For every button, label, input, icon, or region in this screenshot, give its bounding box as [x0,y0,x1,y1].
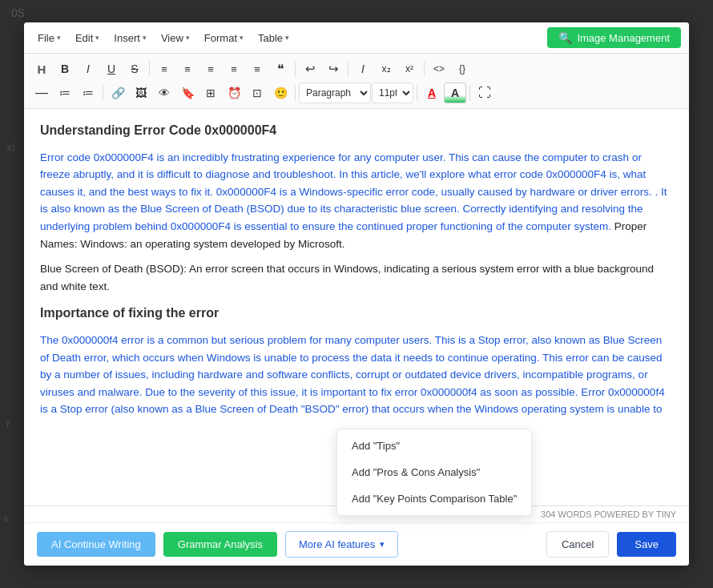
tb-bold-btn[interactable]: B [54,58,76,79]
editor-para-1: Error code 0x000000F4 is an incredibly f… [40,149,673,253]
tb-code-btn[interactable]: <> [428,58,450,79]
editor-heading: Understanding Error Code 0x000000F4 [40,120,673,141]
toolbar-row-1: H B I U S ≡ ≡ ≡ ≡ ≡ ❝ ↩ ↪ I x₂ x² <> {} [30,57,683,81]
menu-edit[interactable]: Edit ▾ [70,30,105,46]
image-management-button[interactable]: 🔍 Image Management [547,27,681,48]
insert-chevron: ▾ [143,34,147,42]
tb-undo-btn[interactable]: ↩ [299,58,321,79]
menu-file[interactable]: File ▾ [32,30,66,46]
font-size-select[interactable]: 11pt [372,83,413,103]
tb-datetime-btn[interactable]: ⏰ [223,83,245,103]
editor-para-2: Blue Screen of Death (BSOD): An error sc… [40,260,673,295]
toolbar-row-2: — ≔ ≔ 🔗 🖼 👁 🔖 ⊞ ⏰ ⊡ 🙂 Paragraph 11pt A A… [30,81,683,105]
toolbar-sep-1 [149,61,150,77]
file-chevron: ▾ [57,34,61,42]
paragraph-select[interactable]: Paragraph [299,83,371,103]
tb-emoji-btn[interactable]: 🙂 [269,83,292,103]
tb-list-ordered-btn[interactable]: ≔ [77,83,99,103]
grammar-analysis-button[interactable]: Grammar Analysis [163,532,277,557]
tb-italic2-btn[interactable]: I [352,58,374,79]
tb-strikethrough-btn[interactable]: S [123,58,146,79]
tb-align-indent-btn[interactable]: ≡ [223,58,245,79]
tb-subscript-btn[interactable]: x₂ [375,58,397,79]
tb-table-btn[interactable]: ⊞ [199,83,222,103]
editor-modal: File ▾ Edit ▾ Insert ▾ View ▾ Format ▾ T… [24,22,689,566]
tb-align-outdent-btn[interactable]: ≡ [246,58,268,79]
tb-source-btn[interactable]: {} [451,58,473,79]
toolbar-sep-2 [295,61,296,77]
footer: AI Continue Writing Grammar Analysis Mor… [24,522,689,566]
tb-special-btn[interactable]: ⊡ [246,83,268,103]
toolbar-sep-6 [295,85,296,101]
save-button[interactable]: Save [617,532,676,557]
dropdown-item-pros-cons[interactable]: Add "Pros & Cons Analysis" [337,459,531,485]
ai-continue-button[interactable]: AI Continue Writing [37,532,155,557]
toolbar-sep-4 [424,61,425,77]
tb-align-right-btn[interactable]: ≡ [199,58,222,79]
toolbar-sep-7 [417,85,417,101]
tb-align-center-btn[interactable]: ≡ [176,58,199,79]
tb-font-color-btn[interactable]: A [421,83,443,103]
tb-image-btn[interactable]: 🖼 [130,83,152,103]
tb-heading-btn[interactable]: H [30,58,53,79]
tb-bookmark-btn[interactable]: 🔖 [176,83,199,103]
tb-list-bullet-btn[interactable]: ≔ [54,83,76,103]
tb-superscript-btn[interactable]: x² [398,58,421,79]
more-ai-button[interactable]: More AI features ▾ [285,531,398,558]
tb-redo-btn[interactable]: ↪ [322,58,344,79]
word-count-text: 304 WORDS POWERED BY TINY [541,509,676,519]
tb-preview-btn[interactable]: 👁 [153,83,175,103]
tb-link-btn[interactable]: 🔗 [107,83,129,103]
tb-fullscreen-btn[interactable]: ⛶ [473,83,496,103]
toolbar-sep-5 [103,85,103,101]
menu-table[interactable]: Table ▾ [252,30,295,46]
toolbar-sep-3 [348,61,348,77]
format-chevron: ▾ [240,34,244,42]
toolbar-sep-8 [469,85,470,101]
tb-align-left-btn[interactable]: ≡ [153,58,175,79]
edit-chevron: ▾ [95,34,99,42]
more-ai-dropdown: Add "Tips" Add "Pros & Cons Analysis" Ad… [336,429,532,516]
more-ai-chevron-icon: ▾ [380,539,385,550]
image-management-icon: 🔍 [558,31,572,44]
menu-format[interactable]: Format ▾ [199,30,249,46]
tb-blockquote-btn[interactable]: ❝ [269,58,292,79]
menu-view[interactable]: View ▾ [155,30,195,46]
tb-italic-btn[interactable]: I [77,58,99,79]
menu-insert[interactable]: Insert ▾ [108,30,152,46]
tb-bg-color-btn[interactable]: A [444,83,466,103]
dropdown-item-tips[interactable]: Add "Tips" [337,433,531,459]
editor-heading-2: Importance of fixing the error [40,303,673,324]
tb-hr-btn[interactable]: — [30,83,53,103]
menu-bar: File ▾ Edit ▾ Insert ▾ View ▾ Format ▾ T… [24,22,689,54]
table-chevron: ▾ [285,34,289,42]
cancel-button[interactable]: Cancel [546,531,609,558]
view-chevron: ▾ [186,34,190,42]
dropdown-item-key-points[interactable]: Add "Key Points Comparison Table" [337,485,531,512]
toolbar: H B I U S ≡ ≡ ≡ ≡ ≡ ❝ ↩ ↪ I x₂ x² <> {} … [24,54,689,109]
editor-para-3: The 0x000000f4 error is a common but ser… [40,332,673,418]
tb-underline-btn[interactable]: U [100,58,123,79]
